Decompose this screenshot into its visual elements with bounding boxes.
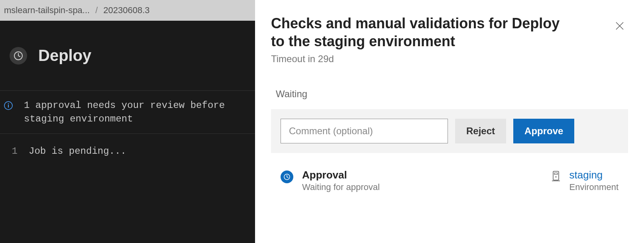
reject-button[interactable]: Reject xyxy=(455,119,506,143)
server-icon xyxy=(551,170,561,184)
log-area: 1 Job is pending... xyxy=(0,134,255,169)
comment-input[interactable] xyxy=(281,119,448,143)
approval-info-text: 1 approval needs your review before stag… xyxy=(24,99,225,125)
approval-action-bar: Reject Approve xyxy=(271,109,628,153)
environment-label: Environment xyxy=(569,182,618,192)
svg-rect-7 xyxy=(554,173,558,174)
environment-block: staging Environment xyxy=(551,169,618,192)
breadcrumb: mslearn-tailspin-spa... / 20230608.3 xyxy=(0,0,255,21)
waiting-label: Waiting xyxy=(276,88,628,100)
panel-title: Checks and manual validations for Deploy… xyxy=(271,14,574,50)
check-subtitle: Waiting for approval xyxy=(302,182,380,192)
close-icon xyxy=(615,21,625,31)
log-line-number: 1 xyxy=(4,146,18,157)
stage-title: Deploy xyxy=(38,47,91,65)
svg-point-2 xyxy=(8,103,9,104)
svg-rect-6 xyxy=(553,171,559,180)
panel-header: Checks and manual validations for Deploy… xyxy=(271,14,628,50)
close-button[interactable] xyxy=(611,18,628,36)
breadcrumb-run[interactable]: 20230608.3 xyxy=(103,5,149,16)
log-line-text: Job is pending... xyxy=(29,146,126,157)
approve-button[interactable]: Approve xyxy=(513,119,574,143)
clock-icon xyxy=(281,170,293,183)
svg-rect-3 xyxy=(8,105,9,108)
checks-row: Approval Waiting for approval staging En… xyxy=(271,169,628,192)
svg-point-8 xyxy=(556,176,557,178)
approval-info-banner: 1 approval needs your review before stag… xyxy=(0,90,255,134)
stage-header: Deploy xyxy=(0,21,255,90)
panel-subtitle: Timeout in 29d xyxy=(271,53,628,65)
clock-icon xyxy=(10,47,27,65)
checks-panel: Checks and manual validations for Deploy… xyxy=(255,0,644,243)
environment-link[interactable]: staging xyxy=(569,169,618,181)
breadcrumb-pipeline[interactable]: mslearn-tailspin-spa... xyxy=(4,5,90,16)
pipeline-run-pane: mslearn-tailspin-spa... / 20230608.3 Dep… xyxy=(0,0,255,243)
breadcrumb-separator: / xyxy=(95,5,98,16)
approval-check-item: Approval Waiting for approval xyxy=(281,169,551,192)
check-title: Approval xyxy=(302,169,380,181)
info-icon xyxy=(4,99,13,110)
